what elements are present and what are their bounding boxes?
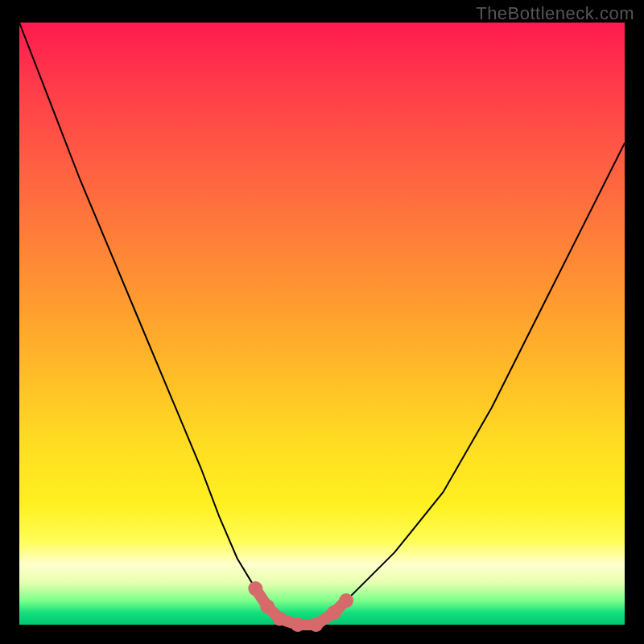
highlight-dot: [327, 605, 341, 620]
chart-svg: [19, 23, 625, 625]
chart-container: TheBottleneck.com: [0, 0, 644, 644]
highlight-dot: [272, 612, 287, 626]
watermark-text: TheBottleneck.com: [476, 3, 634, 24]
highlight-dot: [291, 617, 305, 632]
bottleneck-curve: [19, 23, 625, 625]
highlight-dot: [248, 581, 262, 596]
highlight-dot: [260, 600, 275, 614]
highlight-markers: [248, 581, 353, 632]
plot-area: [19, 23, 625, 625]
highlight-dot: [339, 593, 353, 608]
highlight-dot: [309, 617, 324, 632]
